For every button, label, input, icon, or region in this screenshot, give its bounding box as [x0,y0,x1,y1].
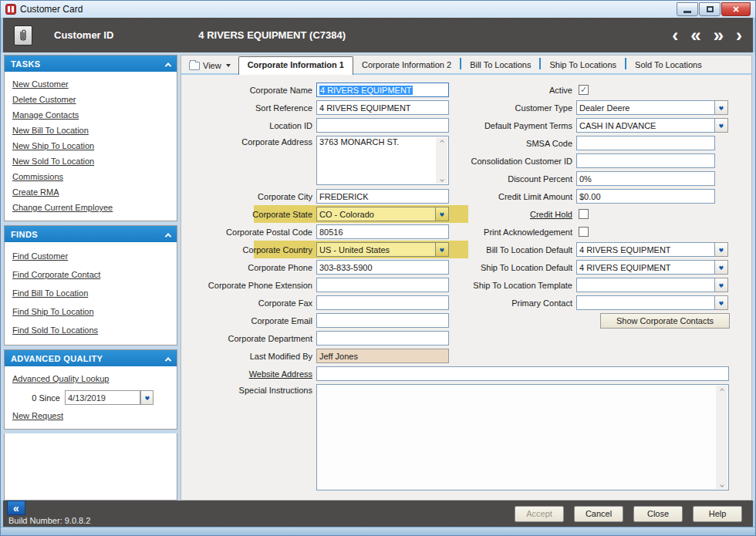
credit-hold-checkbox[interactable] [579,209,589,219]
ship-to-location-default-dropdown-button[interactable] [715,260,728,275]
since-date-input[interactable] [65,390,140,405]
credit-hold-label[interactable]: Credit Hold [444,210,576,219]
find-ship-to-location-link[interactable]: Find Ship To Location [12,302,169,321]
customer-type-field[interactable]: Dealer Deere [576,100,715,115]
location-id-label: Location ID [181,121,316,130]
tab-corporate-information-2[interactable]: Corporate Information 2 [353,57,460,73]
consolidation-customer-id-label: Consolidation Customer ID [444,157,576,166]
primary-contact-field[interactable] [576,295,715,310]
cancel-button[interactable]: Cancel [574,506,623,522]
website-address-label[interactable]: Website Address [181,369,316,379]
tab-bill-to-locations[interactable]: Bill To Locations [461,57,539,73]
show-corporate-contacts-button[interactable]: Show Corporate Contacts [600,313,730,329]
corporate-email-field[interactable] [316,313,449,328]
corporate-postal-code-field[interactable]: 80516 [316,224,449,239]
corporate-name-field[interactable]: 4 RIVERS EQUIPMENT [316,83,449,97]
build-number: Build Number: 9.0.8.2 [8,516,90,525]
new-request-link[interactable]: New Request [12,408,169,423]
advanced-quality-lookup-link[interactable]: Advanced Quality Lookup [12,371,169,386]
location-id-field[interactable] [316,118,449,133]
collapse-section-icon[interactable] [166,59,170,69]
since-dropdown-button[interactable] [140,390,154,405]
section-title: FINDS [11,230,38,239]
nav-first-icon[interactable]: « [690,26,700,45]
textarea-scrollbar[interactable] [716,386,727,489]
delete-customer-link[interactable]: Delete Customer [12,92,169,107]
customer-card-window: Customer Card ✕ Customer ID 4 RIVERS EQU… [0,0,756,536]
section-header-finds[interactable]: FINDS [5,226,177,242]
field-row-customer-type: Customer TypeDealer Deere [444,99,734,116]
consolidation-customer-id-field[interactable] [576,153,715,168]
discount-percent-field[interactable]: 0% [576,171,715,186]
section-body: Advanced Quality Lookup0 SinceNew Reques… [5,366,177,429]
corporate-state-field[interactable]: CO - Colorado [316,207,436,221]
sidebar-section-finds: FINDSFind CustomerFind Corporate Contact… [4,225,177,346]
corporate-phone-extension-field[interactable] [316,278,449,292]
smsa-code-label: SMSA Code [444,139,576,148]
section-header-tasks[interactable]: TASKS [5,56,177,72]
tab-corporate-information-1[interactable]: Corporate Information 1 [238,56,353,75]
bill-to-location-default-label: Bill To Location Default [444,245,576,255]
default-payment-terms-label: Default Payment Terms [444,121,576,130]
corporate-address-textarea[interactable]: 3763 MONARCH ST. [316,136,449,185]
section-header-advanced-quality[interactable]: ADVANCED QUALITY [5,350,177,366]
corporate-fax-field[interactable] [316,295,449,310]
new-ship-to-location-link[interactable]: New Ship To Location [12,138,169,153]
nav-last-icon[interactable]: » [714,26,724,45]
ship-to-location-default-field[interactable]: 4 RIVERS EQUIPMENT [576,260,715,275]
tab-ship-to-locations[interactable]: Ship To Locations [541,57,625,73]
sort-reference-field[interactable]: 4 RIVERS EQUIPMENT [316,100,449,115]
close-button[interactable]: Close [633,506,683,522]
customer-type-dropdown-button[interactable] [715,100,728,115]
active-checkbox[interactable] [579,85,589,95]
collapse-sidebar-button[interactable]: « [7,501,25,515]
smsa-code-field[interactable] [576,136,715,150]
credit-limit-amount-field[interactable]: $0.00 [576,189,715,204]
primary-contact-dropdown-button[interactable] [715,295,728,310]
change-current-employee-link[interactable]: Change Current Employee [12,200,169,215]
minimize-button[interactable] [677,2,698,16]
find-bill-to-location-link[interactable]: Find Bill To Location [12,284,169,302]
new-sold-to-location-link[interactable]: New Sold To Location [12,153,169,169]
form-area: Corporate Name4 RIVERS EQUIPMENTSort Ref… [181,75,751,500]
commissions-link[interactable]: Commissions [12,169,169,184]
nav-next-icon[interactable]: › [736,26,742,45]
new-customer-link[interactable]: New Customer [12,76,169,92]
corporate-department-field[interactable] [316,331,449,346]
scroll-up-icon [720,389,724,393]
find-customer-link[interactable]: Find Customer [12,247,169,265]
field-value: CASH IN ADVANCE [579,121,656,130]
find-sold-to-locations-link[interactable]: Find Sold To Locations [12,321,169,339]
nav-previous-icon[interactable]: ‹ [672,26,678,45]
attachment-button[interactable] [14,25,32,46]
website-address-field[interactable] [316,366,729,381]
ship-to-location-template-field[interactable] [576,278,715,292]
app-icon [5,4,16,15]
new-bill-to-location-link[interactable]: New Bill To Location [12,123,169,138]
maximize-icon [707,6,714,12]
manage-contacts-link[interactable]: Manage Contacts [12,107,169,123]
section-body: Find CustomerFind Corporate ContactFind … [5,242,177,345]
collapse-section-icon[interactable] [166,230,170,239]
field-value: Jeff Jones [319,352,358,361]
collapse-section-icon[interactable] [166,354,170,363]
default-payment-terms-field[interactable]: CASH IN ADVANCE [576,118,715,133]
field-value: 4 RIVERS EQUIPMENT [579,245,671,255]
bill-to-location-default-dropdown-button[interactable] [715,242,728,257]
last-modified-by-field[interactable]: Jeff Jones [316,349,449,363]
maximize-button[interactable] [699,2,721,16]
corporate-phone-field[interactable]: 303-833-5900 [316,260,449,275]
corporate-country-field[interactable]: US - United States [316,242,436,257]
default-payment-terms-dropdown-button[interactable] [715,118,728,133]
ship-to-location-template-dropdown-button[interactable] [715,278,728,292]
corporate-city-field[interactable]: FREDERICK [316,189,449,204]
print-acknowledgement-checkbox[interactable] [579,227,589,237]
bill-to-location-default-field[interactable]: 4 RIVERS EQUIPMENT [576,242,715,257]
create-rma-link[interactable]: Create RMA [12,184,169,200]
tab-sold-to-locations[interactable]: Sold To Locations [626,57,710,73]
help-button[interactable]: Help [693,506,742,522]
find-corporate-contact-link[interactable]: Find Corporate Contact [12,265,169,284]
close-button[interactable]: ✕ [721,2,751,16]
special-instructions-textarea[interactable] [316,384,729,490]
view-menu-button[interactable]: View [187,61,238,73]
